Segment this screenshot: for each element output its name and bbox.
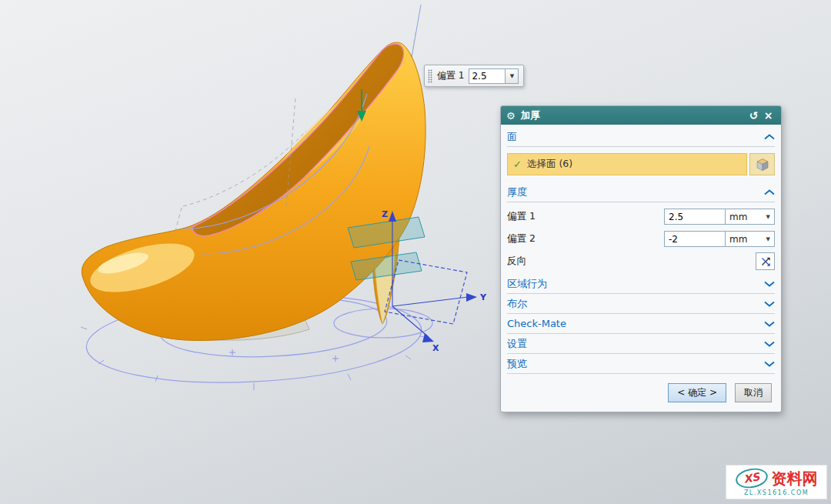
- face-selection-field[interactable]: ✓ 选择面 (6): [507, 153, 747, 175]
- watermark-url: ZL.XS1616.COM: [729, 489, 823, 496]
- check-icon: ✓: [513, 159, 522, 170]
- section-preview[interactable]: 预览: [507, 354, 775, 374]
- offset-mini-toolbar: 偏置 1 ▼: [424, 65, 524, 87]
- thicken-dialog: ⚙ 加厚 ↺ × 面 ✓ 选择面 (6): [500, 105, 782, 412]
- model-viewport[interactable]: Z Y X: [0, 0, 508, 416]
- dialog-title: 加厚: [521, 109, 746, 122]
- gear-icon: ⚙: [506, 111, 516, 121]
- dialog-titlebar[interactable]: ⚙ 加厚 ↺ ×: [501, 106, 781, 125]
- section-thickness[interactable]: 厚度: [507, 182, 775, 202]
- dropdown-arrow-icon: ▼: [766, 214, 770, 220]
- mini-offset-label: 偏置 1: [437, 69, 464, 82]
- application-window: Z Y X 偏置 1 ▼ ⚙ 加厚 ↺ × 面 ✓ 选择面: [0, 0, 831, 504]
- cancel-button[interactable]: 取消: [735, 383, 772, 402]
- chevron-up-icon: [764, 189, 775, 195]
- section-settings[interactable]: 设置: [507, 334, 775, 354]
- offset2-row: 偏置 2 mm ▼: [507, 228, 775, 250]
- drag-handle-icon[interactable]: [428, 69, 432, 83]
- face-selection-text: 选择面 (6): [527, 158, 572, 171]
- offset2-label: 偏置 2: [507, 232, 664, 245]
- watermark-logo-row: XS 资料网: [729, 469, 823, 488]
- section-region-behavior-label: 区域行为: [507, 277, 547, 291]
- offset2-unit-dropdown[interactable]: mm ▼: [726, 231, 775, 247]
- section-boolean[interactable]: 布尔: [507, 294, 775, 314]
- reverse-row: 反向: [507, 250, 775, 272]
- offset1-unit: mm: [729, 212, 747, 222]
- reverse-direction-icon: [759, 255, 772, 268]
- offset1-label: 偏置 1: [507, 210, 664, 223]
- mini-offset-input[interactable]: [469, 68, 506, 84]
- watermark: XS 资料网 ZL.XS1616.COM: [726, 465, 827, 499]
- dialog-body: 面 ✓ 选择面 (6) 厚度: [501, 125, 781, 412]
- dropdown-arrow-icon: ▼: [766, 236, 770, 242]
- solid-face-filter-button[interactable]: [749, 153, 775, 175]
- offset2-unit: mm: [729, 234, 747, 245]
- ok-button[interactable]: < 确定 >: [668, 383, 726, 402]
- thickness-form: 偏置 1 mm ▼ 偏置 2 mm ▼ 反向: [507, 202, 775, 274]
- offset1-input[interactable]: [664, 209, 726, 225]
- section-face[interactable]: 面: [507, 127, 775, 147]
- chevron-down-icon: [764, 321, 775, 327]
- offset1-unit-dropdown[interactable]: mm ▼: [726, 209, 775, 225]
- axis-label-x: X: [432, 343, 439, 353]
- chevron-down-icon: [764, 281, 775, 287]
- axis-label-y: Y: [479, 292, 487, 302]
- section-checkmate-label: Check-Mate: [507, 318, 566, 329]
- section-settings-label: 设置: [507, 337, 527, 351]
- section-thickness-label: 厚度: [507, 185, 527, 199]
- offset1-row: 偏置 1 mm ▼: [507, 205, 775, 228]
- section-checkmate[interactable]: Check-Mate: [507, 314, 775, 334]
- reverse-label: 反向: [507, 255, 756, 268]
- watermark-logo-icon: XS: [734, 466, 769, 491]
- chevron-down-icon: [764, 301, 775, 307]
- reset-icon[interactable]: ↺: [746, 110, 761, 121]
- face-selection-row: ✓ 选择面 (6): [507, 153, 775, 175]
- section-preview-label: 预览: [507, 357, 527, 371]
- chevron-up-icon: [764, 134, 775, 140]
- chevron-down-icon: [764, 361, 775, 367]
- cube-icon: [755, 157, 770, 172]
- section-face-label: 面: [507, 130, 517, 144]
- chevron-down-icon: [764, 341, 775, 347]
- close-icon[interactable]: ×: [761, 110, 776, 121]
- watermark-brand: 资料网: [772, 471, 818, 486]
- dialog-footer: < 确定 > 取消: [507, 374, 775, 404]
- section-region-behavior[interactable]: 区域行为: [507, 274, 775, 294]
- offset2-input[interactable]: [664, 231, 726, 247]
- mini-offset-dropdown[interactable]: ▼: [506, 68, 519, 84]
- reverse-direction-button[interactable]: [756, 252, 775, 270]
- section-boolean-label: 布尔: [507, 297, 527, 311]
- axis-label-z: Z: [382, 209, 388, 219]
